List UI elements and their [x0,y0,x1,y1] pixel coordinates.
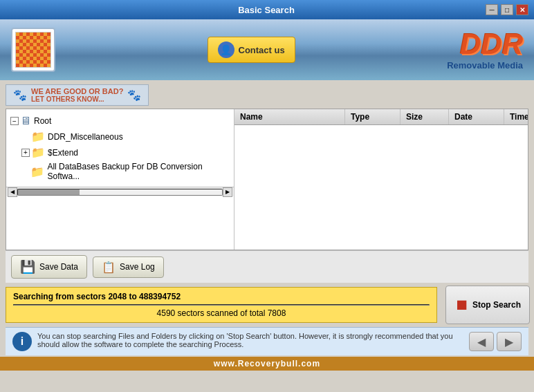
scroll-right[interactable]: ▶ [223,187,232,197]
tree-item-databases[interactable]: 📁 All DataBases Backup For DB Conversion… [21,160,230,183]
info-icon: i [12,332,32,351]
col-type: Type [345,109,400,124]
save-data-button[interactable]: 💾 Save Data [11,255,87,279]
tree-item-extend[interactable]: + 📁 $Extend [21,144,230,160]
main-wrapper: 🐾 WE ARE GOOD OR BAD? LET OTHERS KNOW...… [3,82,531,355]
watermark: www.Recoverybull.com [0,357,534,371]
feedback-icon: 🐾 [13,88,27,102]
nav-arrows: ◀ ▶ [469,332,522,351]
tree-item-ddr-misc[interactable]: 📁 DDR_Miscellaneous [21,129,230,144]
search-section: Searching from sectors 2048 to 488394752… [3,284,531,326]
col-date: Date [449,109,504,124]
header: 👤 Contact us DDR Removable Media [0,19,534,80]
logo-image [15,32,51,68]
save-log-icon: 📋 [102,261,116,274]
scroll-left[interactable]: ◀ [8,187,17,197]
file-tree: − 🖥 Root 📁 DDR_Miscellaneous + 📁 $Extend [6,109,234,187]
tree-root[interactable]: − 🖥 Root [10,113,230,129]
feedback-bar[interactable]: 🐾 WE ARE GOOD OR BAD? LET OTHERS KNOW...… [6,84,149,106]
hscrollbar[interactable] [17,189,223,196]
tree-panel: − 🖥 Root 📁 DDR_Miscellaneous + 📁 $Extend [6,109,234,250]
window-controls: ─ □ ✕ [486,4,528,15]
contact-icon: 👤 [218,41,234,58]
brand-subtitle: Removable Media [447,60,523,71]
save-data-icon: 💾 [20,259,35,274]
info-bar: i You can stop searching Files and Folde… [6,327,528,355]
table-body [234,125,528,250]
feedback-icon-right: 🐾 [127,88,141,102]
feedback-line2: LET OTHERS KNOW... [31,95,123,103]
folder-icon-db: 📁 [30,165,44,178]
search-status-line2: 4590 sectors scanned of total 7808 [13,308,430,318]
feedback-line1: WE ARE GOOD OR BAD? [31,87,123,95]
file-table-panel: Name Type Size Date Time [234,109,528,250]
drive-icon: 🖥 [20,115,31,127]
folder-icon-extend: 📁 [31,146,45,159]
root-label: Root [34,116,51,126]
window-title: Basic Search [47,5,486,15]
close-button[interactable]: ✕ [516,4,528,15]
folder-icon-misc: 📁 [31,130,45,143]
maximize-button[interactable]: □ [501,4,513,15]
stop-search-button[interactable]: ⏹ Stop Search [445,286,530,324]
col-time: Time [504,109,528,124]
brand-name: DDR [447,30,523,59]
file-panels: − 🖥 Root 📁 DDR_Miscellaneous + 📁 $Extend [6,109,528,250]
stop-icon: ⏹ [454,297,468,313]
nav-forward-button[interactable]: ▶ [497,332,522,351]
expand-extend[interactable]: + [21,149,30,157]
contact-button[interactable]: 👤 Contact us [208,37,295,63]
info-text: You can stop searching Files and Folders… [37,332,463,348]
search-status-line1: Searching from sectors 2048 to 488394752 [13,292,430,301]
bottom-toolbar: 💾 Save Data 📋 Save Log [6,250,528,283]
titlebar: Basic Search ─ □ ✕ [0,0,534,19]
save-log-button[interactable]: 📋 Save Log [93,256,164,278]
hscroll-area: ◀ ▶ [6,187,234,196]
col-size: Size [400,109,449,124]
search-progress: Searching from sectors 2048 to 488394752… [6,287,437,323]
col-name: Name [234,109,345,124]
tree-label-misc: DDR_Miscellaneous [48,132,123,142]
logo [11,28,55,72]
table-header: Name Type Size Date Time [234,109,528,125]
tree-label-extend: $Extend [48,148,78,158]
brand-logo: DDR Removable Media [447,30,523,71]
nav-back-button[interactable]: ◀ [469,332,494,351]
tree-label-databases: All DataBases Backup For DB Conversion S… [47,162,230,181]
expand-root[interactable]: − [10,117,19,125]
minimize-button[interactable]: ─ [486,4,498,15]
progress-bar-bg [13,304,430,306]
